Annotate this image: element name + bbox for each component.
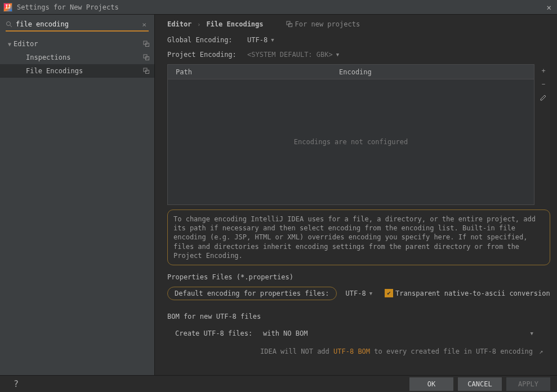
remove-icon[interactable]: － [537, 77, 550, 91]
checkbox-checked-icon: ✔ [385, 289, 393, 297]
settings-tree: ▼ Editor Inspections File Encodings [0, 34, 154, 78]
chevron-right-icon: › [197, 21, 200, 28]
window-title: Settings for New Projects [17, 3, 545, 11]
table-toolbar: ＋ － [536, 64, 551, 104]
tree-item-inspections[interactable]: Inspections [0, 51, 154, 64]
scope-icon [286, 21, 293, 28]
edit-icon[interactable] [537, 91, 550, 104]
help-icon[interactable]: ? [7, 379, 25, 389]
search-field[interactable]: × [6, 18, 149, 32]
create-utf-dropdown[interactable]: with NO BOM ▼ [257, 327, 539, 340]
dropdown-value: UTF-8 [247, 36, 268, 44]
dropdown-value: UTF-8 [346, 289, 366, 297]
close-icon[interactable]: ✕ [545, 2, 554, 13]
bom-note: IDEA will NOT add UTF-8 BOM to every cre… [167, 348, 550, 355]
bom-section-header: BOM for new UTF-8 files [167, 313, 550, 320]
cancel-button[interactable]: CANCEL [458, 377, 502, 391]
bom-note-text: IDEA will NOT add [260, 348, 333, 355]
transparent-ascii-checkbox[interactable]: ✔ Transparent native-to-ascii conversion [385, 289, 550, 297]
apply-button: APPLY [506, 377, 550, 391]
breadcrumb-segment: File Encodings [206, 20, 263, 28]
dropdown-value: with NO BOM [263, 329, 308, 337]
global-encoding-label: Global Encoding: [167, 36, 240, 44]
tree-label: Inspections [26, 54, 143, 61]
chevron-down-icon: ▼ [271, 37, 274, 43]
bom-note-text: to every created file in UTF-8 encoding [370, 348, 533, 355]
scope-note-text: For new projects [295, 20, 360, 28]
project-encoding-dropdown[interactable]: <SYSTEM DEFAULT: GBK> ▼ [240, 50, 345, 60]
checkbox-label: Transparent native-to-ascii conversion [395, 289, 550, 297]
breadcrumb: Editor › File Encodings For new projects [167, 20, 550, 28]
tree-group-editor[interactable]: ▼ Editor [0, 37, 154, 51]
bom-note-highlight: UTF-8 BOM [333, 348, 370, 355]
column-path[interactable]: Path [168, 68, 337, 76]
scope-note: For new projects [286, 20, 360, 28]
column-encoding[interactable]: Encoding [337, 68, 534, 76]
scope-icon [143, 54, 150, 61]
dialog-footer: ? OK CANCEL APPLY [0, 375, 557, 392]
properties-encoding-label: Default encoding for properties files: [167, 287, 337, 300]
properties-section-header: Properties Files (*.properties) [167, 273, 550, 281]
global-encoding-dropdown[interactable]: UTF-8 ▼ [240, 35, 280, 45]
chevron-down-icon: ▼ [336, 52, 339, 57]
hint-box: To change encoding IntelliJ IDEA uses fo… [167, 210, 550, 265]
properties-encoding-dropdown[interactable]: UTF-8 ▼ [344, 288, 378, 299]
clear-search-icon[interactable]: × [140, 20, 149, 29]
search-icon [6, 21, 12, 28]
intellij-logo-icon: IJ [3, 3, 12, 12]
titlebar: IJ Settings for New Projects ✕ [0, 0, 557, 15]
settings-sidebar: × ▼ Editor Inspections File Encodings [0, 15, 155, 375]
project-encoding-label: Project Encoding: [167, 51, 240, 59]
scope-icon [143, 68, 150, 74]
add-icon[interactable]: ＋ [537, 64, 550, 77]
external-link-icon[interactable]: ↗ [539, 348, 543, 355]
chevron-down-icon: ▼ [369, 291, 372, 296]
ok-button[interactable]: OK [409, 377, 453, 391]
search-input[interactable] [16, 18, 140, 30]
breadcrumb-segment[interactable]: Editor [167, 20, 191, 28]
svg-point-0 [7, 22, 11, 26]
tree-label: File Encodings [26, 67, 143, 75]
scope-icon [143, 41, 150, 47]
tree-label: Editor [14, 40, 143, 48]
create-utf-label: Create UTF-8 files: [167, 329, 257, 337]
settings-content: Editor › File Encodings For new projects… [155, 15, 557, 375]
encodings-table: Path Encoding Encodings are not configur… [167, 64, 534, 205]
chevron-down-icon: ▼ [531, 331, 533, 336]
chevron-down-icon: ▼ [8, 41, 11, 47]
tree-item-file-encodings[interactable]: File Encodings [0, 64, 154, 78]
svg-line-1 [10, 25, 12, 27]
table-empty-message: Encodings are not configured [168, 79, 534, 204]
dropdown-value: <SYSTEM DEFAULT: GBK> [247, 51, 333, 59]
